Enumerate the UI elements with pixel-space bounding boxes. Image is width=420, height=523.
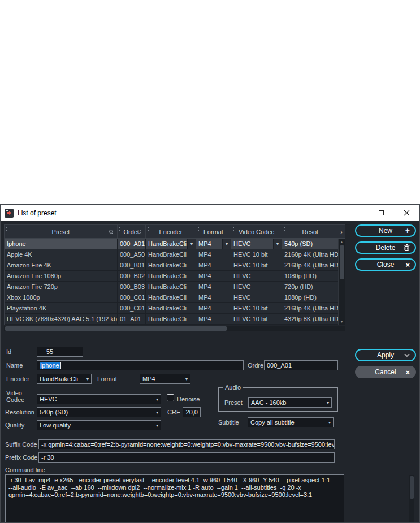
cell-order[interactable]: 000_A01: [118, 239, 146, 249]
delete-button[interactable]: Delete: [355, 241, 416, 254]
chevron-down-icon[interactable]: ▾: [273, 239, 282, 249]
cell-order[interactable]: 000_B02: [118, 271, 146, 281]
cell-order[interactable]: 000_A50: [118, 249, 146, 260]
command-scroll-thumb[interactable]: [410, 476, 414, 499]
cell-format[interactable]: MP4: [196, 249, 231, 260]
cell-encoder[interactable]: HandBrakeCli: [146, 282, 196, 292]
format-dropdown[interactable]: MP4 ▾: [140, 374, 190, 384]
apply-button[interactable]: Apply: [355, 349, 416, 361]
column-header-order[interactable]: Order: [118, 225, 146, 238]
video-codec-dropdown[interactable]: HEVC ▾: [37, 394, 161, 404]
close-window-button[interactable]: [394, 205, 419, 221]
vertical-scroll-thumb[interactable]: [340, 245, 344, 279]
cell-preset[interactable]: HEVC 8K (7680x4320) AAC 5.1 (192 kb): [5, 314, 118, 324]
cell-order[interactable]: 000_C01: [118, 292, 146, 302]
cell-preset[interactable]: Amazon Fire 4K: [5, 260, 118, 270]
cell-resolution[interactable]: 1080p (HD): [282, 292, 338, 302]
cell-order[interactable]: 000_B03: [118, 282, 146, 292]
prefix-code-field[interactable]: -r 30: [38, 452, 335, 463]
cell-format[interactable]: MP4: [196, 314, 231, 324]
cell-preset[interactable]: Xbox 1080p: [5, 292, 118, 302]
cell-video-codec-combo[interactable]: HEVC ▾: [231, 239, 282, 249]
cell-video-codec[interactable]: HEVC 10 bit: [231, 249, 282, 260]
cell-format[interactable]: MP4: [196, 292, 231, 302]
cell-video-codec[interactable]: HEVC: [231, 282, 282, 292]
titlebar[interactable]: List of preset: [1, 205, 419, 221]
cell-encoder[interactable]: HandBrakeCli: [146, 249, 196, 260]
scroll-down-icon[interactable]: ▼: [340, 318, 344, 325]
scroll-up-icon[interactable]: ▲: [340, 239, 344, 245]
table-row[interactable]: Apple 4K 000_A50 HandBrakeCli MP4 HEVC 1…: [5, 249, 345, 260]
search-icon[interactable]: [109, 229, 115, 235]
suffix-code-field[interactable]: -x qpmin=4:cabac=0:ref=2:b-pyramid=none:…: [38, 439, 335, 449]
cell-format[interactable]: MP4: [196, 282, 231, 292]
command-line-scrollbar[interactable]: [409, 475, 414, 522]
search-icon[interactable]: [137, 229, 143, 235]
table-row[interactable]: Amazon Fire 720p 000_B03 HandBrakeCli MP…: [5, 282, 345, 292]
cell-video-codec[interactable]: HEVC 10 bit: [231, 314, 282, 324]
cell-format[interactable]: MP4: [196, 260, 231, 270]
command-line-textarea[interactable]: -r 30 -f av_mp4 -e x265 --encoder-preset…: [5, 474, 344, 522]
table-row[interactable]: Xbox 1080p 000_C01 HandBrakeCli MP4 HEVC…: [5, 292, 345, 303]
quality-dropdown[interactable]: Low quality ▾: [37, 420, 161, 430]
table-row[interactable]: Amazon Fire 4K 000_B01 HandBrakeCli MP4 …: [5, 260, 345, 271]
column-header-encoder[interactable]: Encoder: [146, 225, 196, 238]
cell-encoder[interactable]: HandBrakeCli: [146, 271, 196, 281]
cell-encoder-combo[interactable]: HandBrakeCli ▾: [146, 239, 196, 249]
column-header-resolution[interactable]: Resol: [282, 225, 338, 238]
subtitle-dropdown[interactable]: Copy all subtitle ▾: [248, 417, 334, 427]
cell-resolution[interactable]: 1080p (HD): [282, 271, 338, 281]
cell-encoder[interactable]: HandBrakeCli: [146, 292, 196, 302]
cancel-button[interactable]: Cancel ×: [355, 366, 416, 378]
table-row-selected[interactable]: Iphone 000_A01 HandBrakeCli ▾ MP4 ▾ HEVC…: [5, 239, 345, 249]
ordre-field[interactable]: 000_A01: [264, 360, 338, 370]
column-header-preset[interactable]: Preset: [5, 225, 118, 238]
cell-format[interactable]: MP4: [196, 271, 231, 281]
cell-order[interactable]: 01_A01: [118, 314, 146, 324]
cell-resolution[interactable]: 720p (HD): [282, 282, 338, 292]
vertical-scrollbar[interactable]: ▲ ▼: [338, 239, 345, 325]
cell-resolution[interactable]: 2160p 4K (Ultra HD) I: [282, 303, 338, 313]
cell-resolution[interactable]: 4320p 8K (Ultra HD) I: [282, 314, 338, 324]
cell-preset[interactable]: Amazon Fire 720p: [5, 282, 118, 292]
crf-field[interactable]: 20,0: [183, 407, 201, 417]
name-field[interactable]: Iphone: [37, 360, 244, 370]
horizontal-scrollbar[interactable]: [4, 326, 345, 331]
chevron-down-icon[interactable]: ▾: [222, 239, 231, 249]
maximize-button[interactable]: [369, 205, 394, 221]
cell-preset[interactable]: Amazon Fire 1080p: [5, 271, 118, 281]
cell-preset[interactable]: Apple 4K: [5, 249, 118, 260]
cell-order[interactable]: 000_B01: [118, 260, 146, 270]
audio-preset-dropdown[interactable]: AAC - 160kb ▾: [248, 397, 332, 408]
table-row[interactable]: HEVC 8K (7680x4320) AAC 5.1 (192 kb) 01_…: [5, 314, 345, 325]
cell-encoder[interactable]: HandBrakeCli: [146, 303, 196, 313]
id-field[interactable]: 55: [37, 347, 83, 357]
column-header-format[interactable]: Format: [196, 225, 231, 238]
resolution-dropdown[interactable]: 540p (SD) ▾: [37, 407, 161, 417]
cell-encoder[interactable]: HandBrakeCli: [146, 260, 196, 270]
column-header-video-codec[interactable]: Video Codec: [231, 225, 282, 238]
cell-encoder[interactable]: HandBrakeCli: [146, 314, 196, 324]
new-button[interactable]: New +: [355, 224, 416, 237]
next-column-indicator[interactable]: ›: [338, 225, 345, 238]
minimize-button[interactable]: [343, 205, 369, 221]
cell-video-codec[interactable]: HEVC: [231, 292, 282, 302]
cell-order[interactable]: 000_C01: [118, 303, 146, 313]
cell-video-codec[interactable]: HEVC 10 bit: [231, 260, 282, 270]
encoder-dropdown[interactable]: HandBrakeCli ▾: [37, 374, 92, 384]
denoise-checkbox[interactable]: [167, 394, 174, 401]
cell-preset[interactable]: Playstation 4K: [5, 303, 118, 313]
close-button[interactable]: Close ×: [355, 258, 416, 271]
cell-resolution[interactable]: 2160p 4K (Ultra HD) I: [282, 260, 338, 270]
table-row[interactable]: Playstation 4K 000_C01 HandBrakeCli MP4 …: [5, 303, 345, 314]
cell-resolution[interactable]: 540p (SD): [282, 239, 338, 249]
cell-resolution[interactable]: 2160p 4K (Ultra HD) I: [282, 249, 338, 260]
cell-format[interactable]: MP4: [196, 303, 231, 313]
cell-video-codec[interactable]: HEVC 10 bit: [231, 303, 282, 313]
cell-preset[interactable]: Iphone: [5, 239, 118, 249]
cell-video-codec[interactable]: HEVC: [231, 271, 282, 281]
chevron-down-icon[interactable]: ▾: [187, 239, 196, 249]
cell-format-combo[interactable]: MP4 ▾: [196, 239, 231, 249]
horizontal-scroll-thumb[interactable]: [5, 326, 227, 331]
table-row[interactable]: Amazon Fire 1080p 000_B02 HandBrakeCli M…: [5, 271, 345, 282]
